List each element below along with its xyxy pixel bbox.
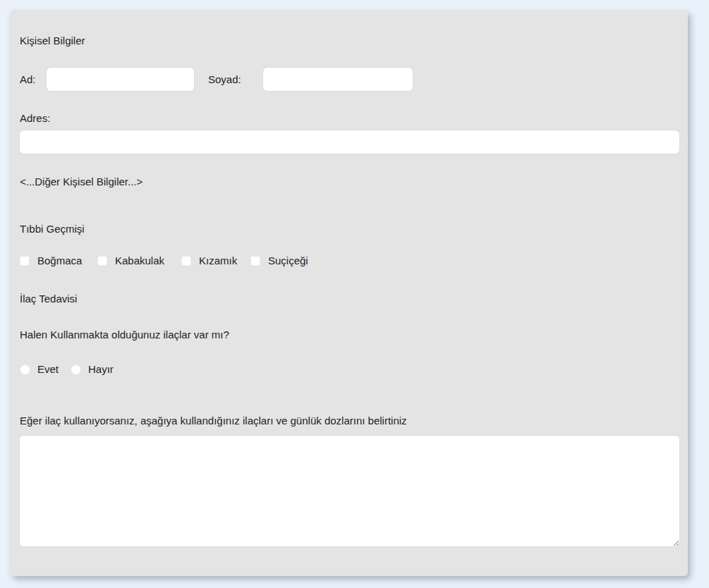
- name-row: Ad: Soyad:: [20, 68, 443, 91]
- current-medication-question: Halen Kullanmakta olduğunuz ilaçlar var …: [20, 328, 229, 342]
- checkbox-label: Kabakulak: [115, 254, 164, 268]
- radio-label: Evet: [37, 362, 59, 376]
- radio-option-evet[interactable]: Evet: [20, 364, 59, 375]
- address-input[interactable]: [20, 130, 679, 154]
- checkbox-label: Kızamık: [199, 254, 237, 268]
- form-card: Kişisel Bilgiler Ad: Soyad: Adres: <...D…: [10, 10, 688, 576]
- section-title-personal-info: Kişisel Bilgiler: [20, 34, 85, 48]
- checkbox-label: Boğmaca: [37, 254, 82, 268]
- medication-radio-row: Evet Hayır: [10, 364, 688, 375]
- sucicegi-checkbox[interactable]: [250, 256, 260, 266]
- checkbox-label: Suçiçeği: [268, 254, 308, 268]
- medication-details-label: Eğer ilaç kullanıyorsanız, aşağıya kulla…: [20, 414, 407, 428]
- section-title-medication: İlaç Tedavisi: [20, 292, 77, 306]
- address-label: Adres:: [20, 111, 50, 125]
- kizamik-checkbox[interactable]: [181, 256, 191, 266]
- evet-radio[interactable]: [20, 365, 30, 375]
- radio-label: Hayır: [88, 362, 114, 376]
- checkbox-option-bogmaca[interactable]: Boğmaca: [20, 255, 82, 267]
- bogmaca-checkbox[interactable]: [20, 256, 30, 266]
- other-personal-info-placeholder-text: <...Diğer Kişisel Bilgiler...>: [20, 175, 143, 189]
- kabakulak-checkbox[interactable]: [97, 256, 107, 266]
- radio-option-hayir[interactable]: Hayır: [71, 364, 114, 375]
- medication-details-textarea[interactable]: [20, 436, 679, 546]
- first-name-input[interactable]: [47, 68, 194, 91]
- hayir-radio[interactable]: [71, 365, 81, 375]
- checkbox-option-sucicegi[interactable]: Suçiçeği: [250, 255, 308, 267]
- checkbox-option-kizamik[interactable]: Kızamık: [181, 255, 237, 267]
- last-name-label: Soyad:: [208, 68, 241, 91]
- section-title-medical-history: Tıbbi Geçmişi: [20, 222, 85, 236]
- last-name-input[interactable]: [263, 68, 413, 91]
- disease-checkbox-row: Boğmaca Kabakulak Kızamık Suçiçeği: [10, 255, 688, 267]
- first-name-label: Ad:: [20, 68, 36, 91]
- checkbox-option-kabakulak[interactable]: Kabakulak: [97, 255, 164, 267]
